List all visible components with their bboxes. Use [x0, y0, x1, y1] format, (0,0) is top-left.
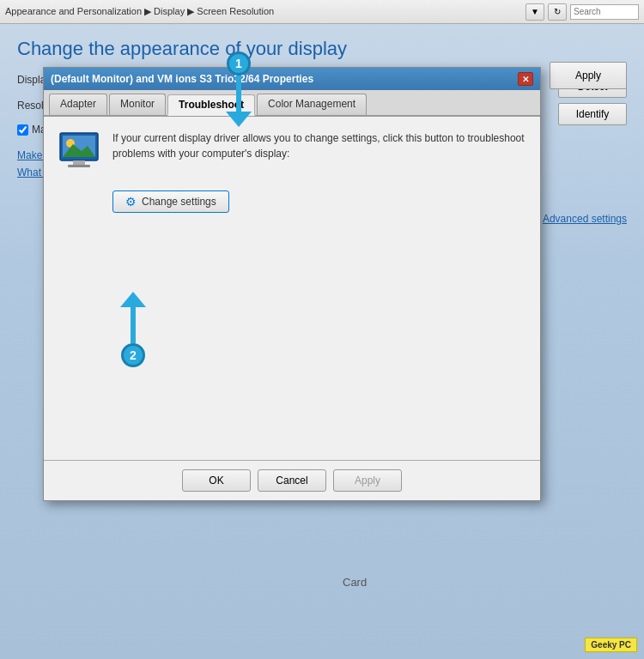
tab-monitor[interactable]: Monitor — [109, 94, 166, 115]
step-2-badge: 2 — [121, 343, 145, 367]
dialog-close-button[interactable]: ✕ — [518, 72, 533, 86]
main-content: Change the appearance of your display De… — [0, 24, 644, 192]
refresh-button[interactable]: ↻ — [548, 3, 567, 21]
search-input[interactable] — [570, 4, 639, 20]
dialog-footer: OK Cancel Apply — [44, 460, 540, 500]
identify-button[interactable]: Identify — [558, 103, 627, 125]
tab-adapter[interactable]: Adapter — [49, 94, 107, 115]
troubleshoot-content: If your current display driver allows yo… — [58, 130, 526, 213]
change-settings-label: Change settings — [142, 196, 216, 208]
cancel-button[interactable]: Cancel — [258, 469, 326, 492]
watermark: Geeky PC — [585, 638, 637, 652]
step-1-badge: 1 — [227, 51, 251, 76]
dialog-title: (Default Monitor) and VM ions S3 Trio32/… — [51, 73, 313, 85]
troubleshoot-text: If your current display driver allows yo… — [112, 132, 525, 160]
address-bar: Appearance and Personalization ▶ Display… — [0, 0, 644, 24]
dialog-apply-button[interactable]: Apply — [333, 469, 402, 492]
svg-marker-8 — [226, 112, 252, 127]
card-label: Card — [343, 576, 367, 589]
change-settings-button[interactable]: ⚙ Change settings — [112, 190, 229, 213]
properties-dialog: (Default Monitor) and VM ions S3 Trio32/… — [43, 67, 541, 501]
tabs-row: Adapter Monitor Troubleshoot Color Manag… — [44, 90, 540, 117]
apply-button[interactable]: Apply — [550, 62, 627, 89]
breadcrumb: Appearance and Personalization ▶ Display… — [5, 6, 522, 17]
annotation-1: 1 — [222, 51, 256, 127]
page-title: Change the appearance of your display — [17, 38, 627, 60]
tab-color-management[interactable]: Color Management — [257, 94, 367, 115]
ok-button[interactable]: OK — [182, 469, 251, 492]
make-checkbox[interactable] — [17, 124, 28, 136]
annotation-2: 2 — [116, 292, 150, 367]
dialog-titlebar: (Default Monitor) and VM ions S3 Trio32/… — [44, 68, 540, 90]
svg-rect-3 — [68, 165, 90, 167]
monitor-icon — [58, 130, 100, 173]
advanced-settings-link[interactable]: Advanced settings — [543, 213, 627, 225]
gear-icon: ⚙ — [125, 195, 137, 209]
dialog-body: If your current display driver allows yo… — [44, 117, 540, 460]
arrow-up-icon — [116, 292, 150, 343]
arrow-down-icon — [222, 76, 256, 127]
svg-rect-2 — [73, 160, 85, 165]
back-button[interactable]: ▼ — [526, 3, 544, 21]
troubleshoot-description: If your current display driver allows yo… — [112, 130, 526, 213]
